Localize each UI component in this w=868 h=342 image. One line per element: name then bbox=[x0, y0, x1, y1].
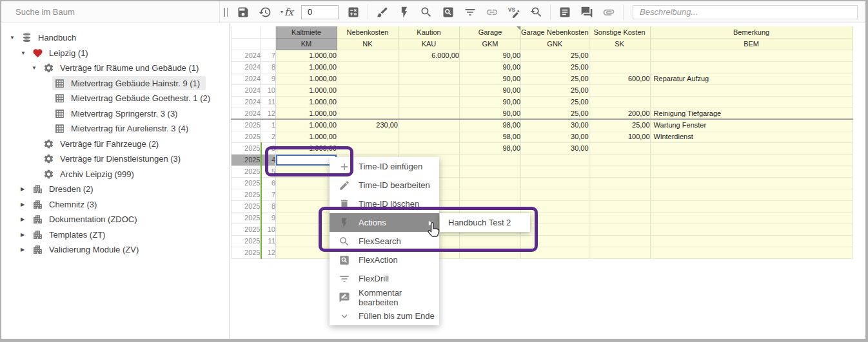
tree-item[interactable]: ▶Templates (ZT) bbox=[1, 227, 229, 243]
grid-cell[interactable]: 98,00 bbox=[460, 131, 521, 142]
row-year-header[interactable]: 2025 bbox=[232, 247, 261, 258]
grid-cell[interactable]: 25,00 bbox=[521, 108, 589, 119]
row-month-header[interactable]: 2 bbox=[261, 131, 276, 142]
row-month-header[interactable]: 6 bbox=[261, 177, 276, 189]
grid-cell[interactable] bbox=[399, 84, 460, 96]
grid-cell[interactable]: 1.000,00 bbox=[276, 142, 337, 154]
collapse-arrow-icon[interactable]: ▶ bbox=[21, 247, 30, 252]
grid-cell[interactable] bbox=[589, 247, 650, 258]
collapse-arrow-icon[interactable]: ▶ bbox=[21, 202, 30, 207]
grid-cell[interactable]: 1.000,00 bbox=[276, 96, 337, 108]
expand-arrow-icon[interactable]: ▼ bbox=[32, 65, 41, 71]
save-button[interactable] bbox=[232, 3, 254, 22]
grid-cell[interactable] bbox=[399, 131, 460, 142]
grid-cell[interactable]: 98,00 bbox=[460, 119, 521, 131]
grid-cell[interactable]: 90,00 bbox=[460, 108, 521, 119]
grid-cell[interactable] bbox=[650, 223, 853, 235]
grid-cell[interactable] bbox=[337, 61, 399, 73]
value-input[interactable] bbox=[301, 5, 339, 19]
column-code[interactable]: BEM bbox=[650, 38, 853, 50]
grid-cell[interactable] bbox=[650, 61, 853, 73]
calculator-button[interactable] bbox=[342, 3, 364, 22]
grid-cell[interactable] bbox=[521, 235, 589, 247]
grid-cell[interactable] bbox=[650, 142, 853, 154]
grid-cell[interactable] bbox=[589, 61, 650, 73]
column-title[interactable]: Kaution bbox=[399, 26, 460, 38]
search-refresh-button[interactable] bbox=[525, 3, 547, 22]
grid-cell[interactable]: 1.000,00 bbox=[276, 50, 337, 61]
flex-action-button[interactable] bbox=[437, 3, 459, 22]
grid-cell[interactable] bbox=[650, 96, 853, 108]
grid-cell[interactable]: 90,00 bbox=[460, 73, 521, 84]
menu-item[interactable]: Kommentar bearbeiten bbox=[330, 288, 439, 307]
row-month-header[interactable]: 1 bbox=[261, 119, 276, 131]
row-month-header[interactable]: 8 bbox=[261, 200, 276, 212]
tree-item[interactable]: Mietvertrag für Aurelienstr. 3 (4) bbox=[1, 121, 229, 137]
row-year-header[interactable]: 2024 bbox=[232, 84, 261, 96]
menu-item[interactable]: FlexSearch bbox=[330, 232, 439, 251]
vs-edit-button[interactable]: VS bbox=[503, 3, 525, 22]
grid-cell[interactable]: Winterdienst bbox=[650, 131, 853, 142]
row-year-header[interactable]: 2024 bbox=[232, 50, 261, 61]
row-month-header[interactable]: 7 bbox=[261, 189, 276, 200]
grid-cell[interactable] bbox=[589, 142, 650, 154]
grid-cell[interactable] bbox=[276, 166, 337, 177]
grid-cell[interactable]: 90,00 bbox=[460, 61, 521, 73]
grid-cell[interactable] bbox=[650, 235, 853, 247]
grid-cell[interactable] bbox=[650, 247, 853, 258]
grid-cell[interactable]: 25,00 bbox=[521, 84, 589, 96]
grid-cell[interactable] bbox=[399, 61, 460, 73]
grid-cell[interactable] bbox=[650, 189, 853, 200]
grid-cell[interactable] bbox=[399, 119, 460, 131]
row-month-header[interactable]: 10 bbox=[261, 223, 276, 235]
grid-cell[interactable] bbox=[399, 142, 460, 154]
tree-item[interactable]: ▶Dresden (2) bbox=[1, 182, 229, 197]
expand-arrow-icon[interactable]: ▼ bbox=[10, 35, 19, 41]
grid-cell[interactable] bbox=[276, 223, 337, 235]
grid-cell[interactable]: 90,00 bbox=[460, 96, 521, 108]
grid-cell[interactable]: 1.000,00 bbox=[276, 84, 337, 96]
grid-cell[interactable]: 25,00 bbox=[521, 50, 589, 61]
grid-cell[interactable]: 1.000,00 bbox=[276, 131, 337, 142]
row-year-header[interactable]: 2025 bbox=[232, 212, 261, 223]
grid-cell[interactable] bbox=[650, 177, 853, 189]
grid-cell[interactable] bbox=[589, 235, 650, 247]
grid-cell[interactable] bbox=[399, 73, 460, 84]
grid-cell[interactable] bbox=[650, 200, 853, 212]
toolbar-drag-handle[interactable] bbox=[224, 8, 228, 17]
grid-cell[interactable] bbox=[337, 131, 399, 142]
column-code[interactable]: NK bbox=[337, 38, 399, 50]
column-code[interactable]: KM bbox=[276, 38, 337, 50]
grid-cell[interactable] bbox=[589, 96, 650, 108]
grid-cell[interactable] bbox=[650, 84, 853, 96]
row-month-header[interactable]: 9 bbox=[261, 212, 276, 223]
grid-cell[interactable] bbox=[589, 154, 650, 166]
tree-item[interactable]: ▼Handbuch bbox=[1, 30, 229, 46]
row-month-header[interactable]: 11 bbox=[261, 235, 276, 247]
grid-cell[interactable] bbox=[337, 50, 399, 61]
row-year-header[interactable]: 2025 bbox=[232, 235, 261, 247]
history-button[interactable] bbox=[254, 3, 276, 22]
row-month-header[interactable]: 5 bbox=[261, 166, 276, 177]
row-year-header[interactable]: 2024 bbox=[232, 96, 261, 108]
grid-cell[interactable]: 30,00 bbox=[521, 131, 589, 142]
grid-cell[interactable] bbox=[521, 200, 589, 212]
grid-cell[interactable] bbox=[521, 247, 589, 258]
grid-cell[interactable]: 100,00 bbox=[589, 131, 650, 142]
grid-cell[interactable] bbox=[460, 166, 521, 177]
document-button[interactable] bbox=[554, 3, 576, 22]
grid-cell[interactable]: 98,00 bbox=[460, 142, 521, 154]
grid-cell[interactable] bbox=[460, 189, 521, 200]
row-year-header[interactable]: 2025 bbox=[232, 119, 261, 131]
column-title[interactable]: Sonstige Kosten bbox=[589, 26, 650, 38]
column-title[interactable]: Nebenkosten bbox=[337, 26, 399, 38]
tree-item[interactable]: ▶Dokumentation (ZDOC) bbox=[1, 212, 229, 227]
collapse-arrow-icon[interactable]: ▶ bbox=[21, 216, 30, 222]
grid-cell[interactable]: Reparatur Aufzug bbox=[650, 73, 853, 84]
tree-item[interactable]: Archiv Leipzig (999) bbox=[1, 167, 229, 182]
grid-cell[interactable] bbox=[399, 108, 460, 119]
grid-cell[interactable]: 25,00 bbox=[521, 61, 589, 73]
column-title[interactable]: Kaltmiete bbox=[276, 26, 337, 38]
row-month-header[interactable]: 9 bbox=[261, 73, 276, 84]
row-month-header[interactable]: 11 bbox=[261, 96, 276, 108]
